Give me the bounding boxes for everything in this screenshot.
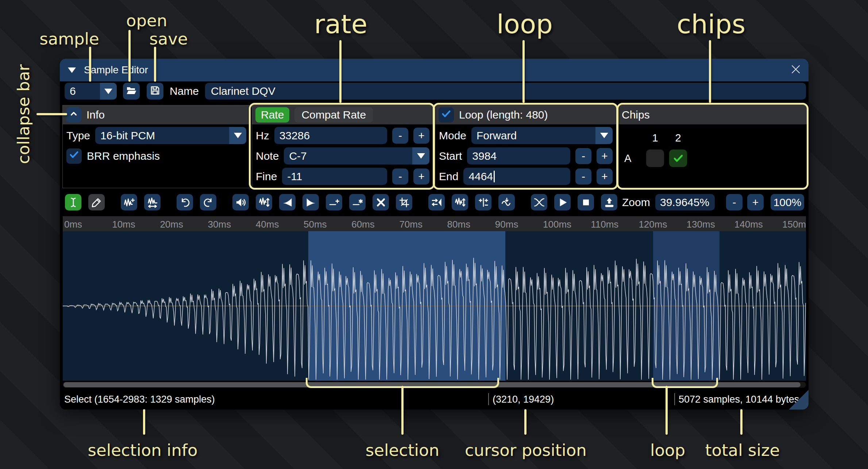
callout-line-save xyxy=(154,47,156,82)
type-dropdown[interactable]: 16-bit PCM xyxy=(95,127,246,144)
redo-button[interactable] xyxy=(200,194,216,210)
annotation-loop-region: loop xyxy=(650,441,685,460)
ruler-tick-label: 40ms xyxy=(256,219,279,230)
callout-line-total-size xyxy=(740,409,742,435)
ibeam-cursor-icon xyxy=(67,197,79,208)
delete-button[interactable] xyxy=(373,194,389,210)
folder-open-icon xyxy=(126,85,137,98)
pencil-icon xyxy=(91,197,103,208)
callout-line-open xyxy=(128,30,131,82)
undo-button[interactable] xyxy=(177,194,193,210)
bracket-selection xyxy=(306,378,499,388)
chevron-down-icon xyxy=(229,127,246,144)
trim-button[interactable] xyxy=(396,194,412,210)
sample-selector[interactable]: 6 xyxy=(65,83,117,100)
titlebar[interactable]: Sample Editor xyxy=(60,59,809,81)
chevron-up-icon xyxy=(69,109,79,121)
bracket-loop xyxy=(652,378,718,388)
sample-name-input[interactable]: Clarinet DQV xyxy=(205,83,806,100)
zoom-reset-button[interactable]: 100% xyxy=(771,194,804,210)
name-label: Name xyxy=(170,83,199,100)
toolbar-buttons xyxy=(65,194,624,210)
documentation-page: Sample Editor 6 Name Clarinet DQV xyxy=(0,0,868,469)
type-label: Type xyxy=(66,129,90,142)
preview-button[interactable] xyxy=(554,194,571,210)
filter-button[interactable] xyxy=(498,194,515,210)
waveform-view[interactable] xyxy=(63,231,806,381)
zoom-value: 39.9645% xyxy=(660,196,709,208)
close-icon xyxy=(790,64,801,76)
ruler-tick-label: 0ms xyxy=(64,219,82,230)
callout-line-loop xyxy=(522,40,525,103)
ruler-tick-label: 60ms xyxy=(351,219,375,230)
select-mode-button[interactable] xyxy=(65,194,81,210)
save-sample-button[interactable] xyxy=(147,83,163,100)
info-collapse-button[interactable] xyxy=(66,107,81,123)
chevron-down-icon xyxy=(104,89,112,94)
close-button[interactable] xyxy=(787,62,804,78)
sign-icon xyxy=(478,197,489,208)
ruler-tick-label: 150ms xyxy=(782,219,806,230)
ruler-tick-label: 110ms xyxy=(591,219,618,230)
speaker-icon xyxy=(235,197,247,208)
invert-button[interactable] xyxy=(452,194,468,210)
fade-in-button[interactable] xyxy=(279,194,296,210)
filter-icon xyxy=(501,197,513,208)
amplify-button[interactable] xyxy=(232,194,249,210)
ruler-tick-label: 80ms xyxy=(447,219,471,230)
crossfade-button[interactable] xyxy=(531,194,547,210)
create-instrument-button[interactable] xyxy=(601,194,617,210)
ruler-tick-label: 90ms xyxy=(495,219,518,230)
floppy-save-icon xyxy=(149,85,161,98)
highlight-box-rate xyxy=(249,103,435,190)
annotation-cursor-position: cursor position xyxy=(465,441,587,460)
resample-button[interactable] xyxy=(144,194,161,210)
sign-convert-button[interactable] xyxy=(475,194,491,210)
reverse-icon xyxy=(431,197,443,208)
upload-icon xyxy=(603,197,615,208)
callout-line-selection xyxy=(401,386,404,435)
ruler-tick-label: 20ms xyxy=(160,219,183,230)
fade-in-icon xyxy=(282,197,293,208)
status-separator xyxy=(488,393,489,405)
sample-selector-value: 6 xyxy=(65,85,100,97)
ruler-tick-label: 140ms xyxy=(734,219,763,230)
open-sample-button[interactable] xyxy=(123,83,140,100)
callout-line-collapse-bar xyxy=(36,113,67,115)
annotation-rate: rate xyxy=(314,9,367,39)
window-collapse-icon[interactable] xyxy=(68,67,76,73)
ruler-tick-label: 100ms xyxy=(543,219,571,230)
delete-icon xyxy=(375,197,387,208)
zoom-input[interactable]: 39.9645% xyxy=(655,194,715,210)
zoom-in-button[interactable]: + xyxy=(747,194,764,210)
callout-line-cursor-position xyxy=(524,409,526,435)
zoom-out-button[interactable]: - xyxy=(726,194,742,210)
brr-emphasis-checkbox[interactable] xyxy=(66,148,82,164)
undo-icon xyxy=(179,197,191,208)
stop-button[interactable] xyxy=(578,194,594,210)
silence-plus-icon xyxy=(328,197,340,208)
callout-line-sample xyxy=(89,47,91,82)
zoom-label: Zoom xyxy=(622,194,650,210)
crop-icon xyxy=(398,197,410,208)
resize-button[interactable] xyxy=(121,194,137,210)
sample-selector-arrow[interactable] xyxy=(100,83,117,100)
wave-stretch-icon xyxy=(147,197,158,208)
reverse-button[interactable] xyxy=(428,194,445,210)
type-value: 16-bit PCM xyxy=(95,129,229,142)
sample-name-value: Clarinet DQV xyxy=(211,85,275,97)
ruler-tick-label: 50ms xyxy=(304,219,327,230)
callout-line-loop-region xyxy=(666,386,668,435)
check-icon xyxy=(69,149,80,163)
wave-normalize-icon xyxy=(258,197,270,208)
play-icon xyxy=(557,197,568,208)
apply-silence-button[interactable] xyxy=(349,194,366,210)
draw-mode-button[interactable] xyxy=(88,194,105,210)
insert-silence-button[interactable] xyxy=(326,194,342,210)
status-separator xyxy=(674,393,675,405)
normalize-button[interactable] xyxy=(256,194,272,210)
ruler-tick-label: 30ms xyxy=(208,219,231,230)
annotation-open: open xyxy=(126,11,167,30)
status-selection-info: Select (1654-2983: 1329 samples) xyxy=(64,394,215,405)
fade-out-button[interactable] xyxy=(302,194,319,210)
